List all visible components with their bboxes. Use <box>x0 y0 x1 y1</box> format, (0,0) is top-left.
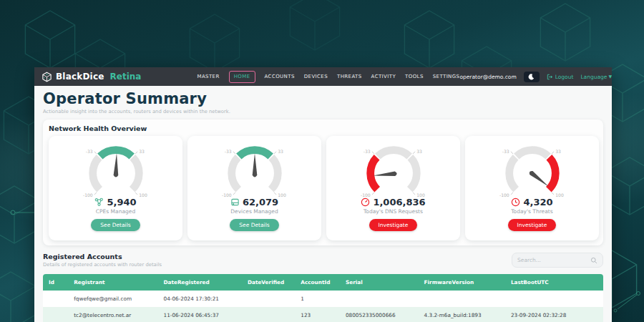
cell-id <box>43 294 68 304</box>
svg-text:33: 33 <box>139 149 145 154</box>
logout-label: Logout <box>555 74 574 80</box>
logout-button[interactable]: Logout <box>547 74 574 80</box>
svg-text:100: 100 <box>555 192 564 197</box>
column-header-lastbootutc[interactable]: LastBootUTC <box>505 274 603 291</box>
gauge-chart: -33 33 -100 100 <box>351 138 436 203</box>
gauge-chart: -33 33 -100 100 <box>490 138 575 203</box>
svg-text:100: 100 <box>278 192 286 197</box>
gauge-card-threats: -33 33 -100 100 4,320 T <box>465 136 599 240</box>
registered-accounts-section: Registered Accounts Details of registere… <box>43 253 603 322</box>
app-window: BlackDice Retina MASTER HOME ACCOUNTS DE… <box>34 67 612 322</box>
nav-item-accounts[interactable]: ACCOUNTS <box>265 74 295 79</box>
moon-icon <box>528 74 535 80</box>
cell-registrant: tc2@telecentro.net.ar <box>68 307 157 322</box>
gauge-card-dns-requests: -33 33 -100 100 1,006,836 <box>326 136 460 240</box>
metric-value: 5,940 <box>107 197 136 208</box>
language-label: Language <box>580 74 607 80</box>
svg-text:33: 33 <box>555 149 561 154</box>
metric-label: CPEs Managed <box>96 208 135 215</box>
chevron-down-icon: ▼ <box>608 74 612 79</box>
svg-text:-33: -33 <box>224 149 231 154</box>
clock-icon <box>511 197 520 207</box>
svg-text:-33: -33 <box>363 149 370 154</box>
brand[interactable]: BlackDice Retina <box>42 72 141 82</box>
metric-label: Devices Managed <box>230 208 278 215</box>
column-header-registrant[interactable]: Registrant <box>68 274 157 291</box>
router-icon <box>230 197 240 207</box>
language-dropdown[interactable]: Language ▼ <box>580 74 612 80</box>
metric-label: Today's DNS Requests <box>364 208 423 215</box>
cell-serial <box>340 294 419 304</box>
nav-item-activity[interactable]: ACTIVITY <box>371 74 396 79</box>
nav-item-home[interactable]: HOME <box>229 71 255 83</box>
table-header-row: Id Registrant DateRegistered DateVerifie… <box>43 274 603 291</box>
investigate-button[interactable]: Investigate <box>369 219 418 231</box>
cell-registrant: fqwefqwe@gmail.com <box>68 291 157 307</box>
cell-lastbootutc <box>505 294 603 304</box>
navbar: BlackDice Retina MASTER HOME ACCOUNTS DE… <box>34 67 612 86</box>
gauge-needle <box>528 170 550 189</box>
column-header-id[interactable]: Id <box>43 274 68 291</box>
column-header-firmwareversion[interactable]: FirmwareVersion <box>419 274 505 291</box>
network-health-title: Network Health Overview <box>49 125 599 132</box>
nav-item-tools[interactable]: TOOLS <box>405 74 424 79</box>
gauge-chart: -33 33 -100 100 <box>74 138 158 203</box>
metric-value: 62,079 <box>243 197 278 208</box>
see-details-button[interactable]: See Details <box>230 219 278 231</box>
gauge-card-cpes-managed: -33 33 -100 100 5,940 <box>49 136 182 240</box>
see-details-button[interactable]: See Details <box>91 219 140 231</box>
svg-text:33: 33 <box>278 149 283 154</box>
svg-text:-100: -100 <box>499 192 509 197</box>
nav-item-settings[interactable]: SETTINGS <box>433 74 460 79</box>
network-nodes-icon <box>94 197 104 207</box>
cell-accountid: 123 <box>295 307 340 322</box>
gauge-needle <box>252 153 257 177</box>
user-email: operator@demo.com <box>459 74 516 80</box>
page-content: Operator Summary Actionable insight into… <box>34 86 612 322</box>
svg-text:33: 33 <box>416 149 422 154</box>
search-box[interactable] <box>512 253 603 268</box>
theme-toggle-button[interactable] <box>524 72 540 82</box>
cell-firmwareversion <box>419 294 505 304</box>
cell-dateregistered: 04-06-2024 17:30:21 <box>158 291 242 307</box>
metric-value: 4,320 <box>523 197 552 208</box>
search-input[interactable] <box>517 257 590 263</box>
cell-serial: 080052335000666 <box>340 307 419 322</box>
investigate-button[interactable]: Investigate <box>508 219 557 231</box>
speedometer-icon <box>361 197 370 207</box>
cell-dateverified <box>242 294 295 304</box>
navbar-right: operator@demo.com Logout Language ▼ <box>459 72 612 82</box>
nav-menu: MASTER HOME ACCOUNTS DEVICES THREATS ACT… <box>197 71 459 83</box>
table-row[interactable]: tc2@telecentro.net.ar 11-06-2024 06:45:3… <box>43 307 603 322</box>
nav-item-devices[interactable]: DEVICES <box>304 74 328 79</box>
network-health-panel: Network Health Overview -33 33 - <box>43 119 603 245</box>
svg-text:-100: -100 <box>82 192 92 197</box>
accounts-table: Id Registrant DateRegistered DateVerifie… <box>43 274 603 322</box>
nav-item-threats[interactable]: THREATS <box>337 74 362 79</box>
page-title: Operator Summary <box>43 91 603 107</box>
cell-id <box>43 311 68 321</box>
cell-dateregistered: 11-06-2024 06:45:37 <box>158 307 242 322</box>
gauge-chart: -33 33 -100 100 <box>213 138 297 203</box>
column-header-dateverified[interactable]: DateVerified <box>242 274 295 291</box>
search-icon <box>590 257 597 264</box>
metric-label: Today's Threats <box>511 208 552 215</box>
nav-item-master[interactable]: MASTER <box>197 74 219 79</box>
cell-accountid: 1 <box>295 291 340 307</box>
cell-lastbootutc: 23-09-2024 02:32:28 <box>505 307 603 322</box>
column-header-dateregistered[interactable]: DateRegistered <box>158 274 242 291</box>
gauge-cards: -33 33 -100 100 5,940 <box>49 136 599 240</box>
page-subtitle: Actionable insight into the accounts, ro… <box>43 109 603 114</box>
svg-text:-33: -33 <box>502 149 509 154</box>
brand-accent: Retina <box>110 72 142 82</box>
column-header-accountid[interactable]: AccountId <box>295 274 340 291</box>
cell-firmwareversion: 4.3.2-m6a_build:1893 <box>419 307 505 322</box>
svg-text:100: 100 <box>139 192 147 197</box>
logout-icon <box>547 74 553 80</box>
blackdice-logo-icon <box>42 72 52 82</box>
column-header-serial[interactable]: Serial <box>340 274 419 291</box>
gauge-card-devices-managed: -33 33 -100 100 62,079 <box>187 136 321 240</box>
metric-value: 1,006,836 <box>373 197 425 208</box>
brand-name: BlackDice <box>56 72 104 82</box>
table-row[interactable]: fqwefqwe@gmail.com 04-06-2024 17:30:21 1 <box>43 291 603 307</box>
